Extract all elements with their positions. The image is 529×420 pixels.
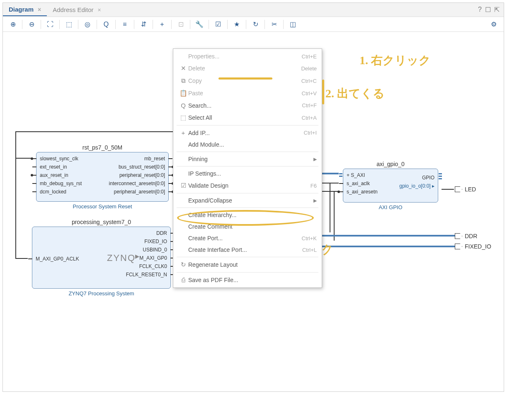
menu-label: Create Hierarchy... <box>188 212 317 218</box>
menu-label: Create Comment <box>188 223 317 230</box>
wire <box>15 131 16 258</box>
menu-shortcut: Ctrl+L <box>302 247 317 253</box>
menu-icon: + <box>178 129 188 136</box>
menu-shortcut: Ctrl+I <box>304 130 317 136</box>
bus <box>322 235 455 237</box>
block-reset[interactable]: rst_ps7_0_50M slowest_sync_clk ext_reset… <box>36 152 169 202</box>
wire <box>334 191 335 241</box>
port-label: peripheral_aresetn[0:0] <box>114 189 165 195</box>
swap-icon[interactable]: ⇵ <box>138 19 149 30</box>
tab-controls: ? ☐ ⇱ <box>478 6 504 14</box>
menu-item-create-comment[interactable]: Create Comment <box>173 221 322 232</box>
port-label: s_axi_aclk <box>347 181 370 186</box>
port-label: s_axi_aresetn <box>347 189 378 195</box>
menu-item-create-port[interactable]: Create Port...Ctrl+K <box>173 232 322 244</box>
port-label: FIXED_IO <box>465 243 491 250</box>
center-icon[interactable]: ◎ <box>82 19 93 30</box>
menu-item-create-hierarchy[interactable]: Create Hierarchy... <box>173 209 322 221</box>
menu-item-validate-design[interactable]: ☑Validate DesignF6 <box>173 179 322 192</box>
highlight-mark <box>218 77 272 80</box>
menu-item-copy: ⧉CopyCtrl+C <box>173 75 322 87</box>
block-type-name: AXI GPIO <box>343 204 438 210</box>
help-icon[interactable]: ? <box>478 6 482 14</box>
menu-item-ip-settings[interactable]: IP Settings... <box>173 168 322 179</box>
menu-item-expand-collapse[interactable]: Expand/Collapse▶ <box>173 195 322 206</box>
add-icon[interactable]: + <box>156 19 168 30</box>
menu-label: IP Settings... <box>188 170 317 177</box>
menu-shortcut: Ctrl+F <box>302 102 317 109</box>
port-label: gpio_io_o[0:0] ▸ <box>399 183 434 189</box>
zoom-out-icon[interactable]: ⊖ <box>26 19 37 30</box>
ext-port-ddr[interactable]: DDR <box>455 233 477 239</box>
close-icon[interactable]: × <box>98 7 101 13</box>
auto-fit-icon[interactable]: ⬚ <box>63 19 75 30</box>
port-label: M_AXI_GP0_ACLK <box>36 256 79 262</box>
ext-port-led[interactable]: LED <box>455 186 476 193</box>
menu-item-pinning[interactable]: Pinning▶ <box>173 153 322 165</box>
menu-item-delete: ✕DeleteDelete <box>173 62 322 75</box>
annotation-1: 1. 右クリック <box>359 53 431 68</box>
menu-icon: ☑ <box>178 182 188 189</box>
menu-shortcut: Ctrl+A <box>302 115 317 121</box>
menu-label: Add Module... <box>188 141 317 148</box>
menu-icon: ✕ <box>178 65 188 72</box>
vertical-mark <box>322 80 324 104</box>
wire <box>442 189 454 190</box>
port-label: DDR <box>156 230 167 236</box>
port-label: M_AXI_GP0 <box>139 255 167 261</box>
chevron-right-icon: ▶ <box>313 198 317 203</box>
menu-icon: ⎙ <box>178 276 188 283</box>
tab-address-editor[interactable]: Address Editor × <box>47 4 107 16</box>
context-menu: Properties...Ctrl+E✕DeleteDelete⧉CopyCtr… <box>173 48 322 288</box>
menu-label: Save as PDF File... <box>188 277 317 283</box>
settings-icon[interactable]: ⚙ <box>488 19 500 30</box>
refresh-icon[interactable]: ↻ <box>250 19 261 30</box>
collapse-icon[interactable]: ≡ <box>119 19 131 30</box>
port-label: slowest_sync_clk <box>40 156 78 162</box>
ip-catalog-icon[interactable]: ◫ <box>287 19 298 30</box>
group-icon: ⊡ <box>175 19 187 30</box>
maximize-icon[interactable]: ☐ <box>485 6 491 14</box>
block-zynq[interactable]: processing_system7_0 M_AXI_GP0_ACLK ZYNQ… <box>32 227 171 289</box>
ext-port-fixed-io[interactable]: FIXED_IO <box>455 243 491 250</box>
cut-icon[interactable]: ✂ <box>268 19 280 30</box>
menu-item-properties: Properties...Ctrl+E <box>173 51 322 62</box>
menu-label: Select All <box>188 114 302 121</box>
block-type-name: Processor System Reset <box>36 203 168 210</box>
tab-bar: Diagram × Address Editor × ? ☐ ⇱ <box>3 3 504 17</box>
menu-item-add-ip[interactable]: +Add IP...Ctrl+I <box>173 127 322 139</box>
port-label: bus_struct_reset[0:0] <box>119 164 165 170</box>
port-label: ext_reset_in <box>40 164 67 170</box>
block-instance-name: axi_gpio_0 <box>343 161 438 167</box>
search-icon[interactable]: Q <box>100 19 112 30</box>
wire <box>15 258 28 259</box>
menu-item-create-interface-port[interactable]: Create Interface Port...Ctrl+L <box>173 244 322 256</box>
port-label: dcm_locked <box>40 189 66 195</box>
menu-item-add-module[interactable]: Add Module... <box>173 139 322 150</box>
menu-label: Delete <box>188 65 301 72</box>
close-icon[interactable]: × <box>38 6 41 13</box>
pin-icon[interactable]: ★ <box>231 19 243 30</box>
popout-icon[interactable]: ⇱ <box>494 6 500 14</box>
tab-diagram[interactable]: Diagram × <box>3 3 47 16</box>
port-label: FCLK_RESET0_N <box>126 272 167 278</box>
menu-label: Validate Design <box>188 182 311 189</box>
menu-item-save-as-pdf-file[interactable]: ⎙Save as PDF File... <box>173 274 322 286</box>
block-instance-name: rst_ps7_0_50M <box>36 144 168 151</box>
menu-shortcut: Ctrl+K <box>302 235 317 241</box>
port-label: DDR <box>465 233 477 239</box>
menu-item-select-all[interactable]: ⬚Select AllCtrl+A <box>173 111 322 124</box>
menu-icon: ↻ <box>178 261 188 268</box>
port-label: mb_reset <box>144 156 165 162</box>
menu-item-search[interactable]: QSearch...Ctrl+F <box>173 99 322 111</box>
menu-label: Create Interface Port... <box>188 246 302 253</box>
fit-icon[interactable]: ⛶ <box>44 19 56 30</box>
menu-label: Pinning <box>188 156 313 162</box>
menu-item-regenerate-layout[interactable]: ↻Regenerate Layout <box>173 258 322 271</box>
validate-icon[interactable]: ☑ <box>212 19 224 30</box>
block-type-name: ZYNQ7 Processing System <box>32 290 170 297</box>
zoom-in-icon[interactable]: ⊕ <box>7 19 19 30</box>
port-label: LED <box>465 186 476 193</box>
block-gpio[interactable]: axi_gpio_0 + S_AXI s_axi_aclk s_axi_ares… <box>343 169 438 203</box>
menu-label: Regenerate Layout <box>188 261 317 268</box>
